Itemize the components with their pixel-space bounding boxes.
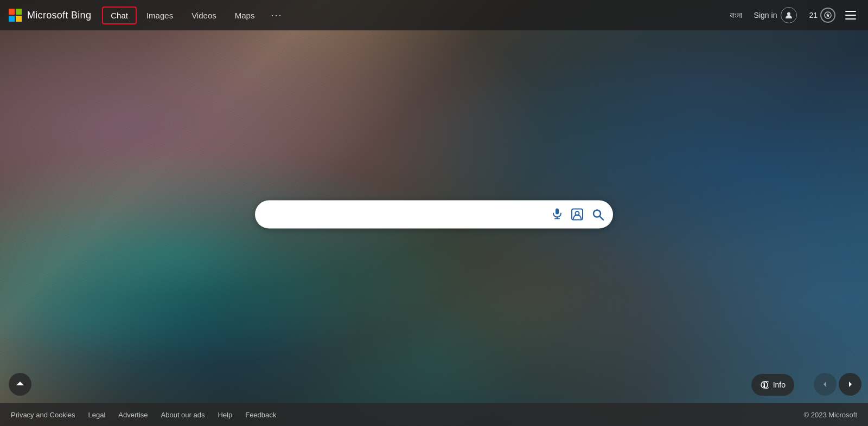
microphone-icon[interactable] <box>551 207 563 222</box>
points-count: 21 <box>809 11 818 20</box>
language-button[interactable]: বাংলা <box>730 11 742 20</box>
sign-in-button[interactable]: Sign in <box>749 4 803 26</box>
nav-maps[interactable]: Maps <box>226 7 264 24</box>
hamburger-line-3 <box>845 18 856 20</box>
info-label: Info <box>773 380 786 389</box>
nav-links: Chat Images Videos Maps ··· <box>102 5 729 25</box>
visual-search-icon[interactable] <box>571 208 584 221</box>
svg-rect-2 <box>556 208 559 214</box>
hamburger-line-2 <box>845 15 856 16</box>
rewards-points[interactable]: 21 <box>809 8 835 23</box>
search-button[interactable] <box>591 208 604 221</box>
footer-about-ads[interactable]: About our ads <box>161 411 205 419</box>
navbar: Microsoft Bing Chat Images Videos Maps ·… <box>0 0 868 30</box>
scroll-up-button[interactable] <box>9 373 31 396</box>
search-box <box>255 201 613 229</box>
nav-images[interactable]: Images <box>138 7 182 24</box>
next-arrow-button[interactable] <box>839 373 861 396</box>
brand-logo[interactable]: Microsoft Bing <box>9 9 91 22</box>
svg-point-11 <box>764 383 765 384</box>
footer-advertise[interactable]: Advertise <box>118 411 148 419</box>
nav-right: বাংলা Sign in 21 <box>730 4 859 26</box>
hamburger-line-1 <box>845 11 856 12</box>
rewards-icon <box>820 8 835 23</box>
footer-help[interactable]: Help <box>218 411 232 419</box>
nav-arrows <box>814 373 861 396</box>
logo-quadrant-green <box>16 9 22 15</box>
footer-feedback[interactable]: Feedback <box>245 411 276 419</box>
user-avatar-icon <box>781 7 797 23</box>
footer-legal[interactable]: Legal <box>88 411 106 419</box>
nav-videos[interactable]: Videos <box>183 7 225 24</box>
footer-bar: Privacy and Cookies Legal Advertise Abou… <box>0 403 868 426</box>
footer-links: Privacy and Cookies Legal Advertise Abou… <box>11 411 804 419</box>
search-container <box>255 201 613 229</box>
nav-more-dots[interactable]: ··· <box>264 5 289 25</box>
microsoft-logo-icon <box>9 9 22 22</box>
info-button[interactable]: Info <box>751 374 794 396</box>
search-icons <box>551 207 604 222</box>
logo-quadrant-red <box>9 9 15 15</box>
svg-line-8 <box>600 216 604 220</box>
footer-privacy[interactable]: Privacy and Cookies <box>11 411 75 419</box>
nav-chat[interactable]: Chat <box>102 7 137 24</box>
hamburger-menu-button[interactable] <box>842 7 859 24</box>
svg-point-0 <box>787 12 790 16</box>
search-input[interactable] <box>264 210 551 220</box>
brand-name: Microsoft Bing <box>27 10 91 21</box>
sign-in-label: Sign in <box>754 11 777 20</box>
prev-arrow-button[interactable] <box>814 373 837 396</box>
footer-copyright: © 2023 Microsoft <box>804 411 857 419</box>
logo-quadrant-blue <box>9 16 15 22</box>
logo-quadrant-yellow <box>16 16 22 22</box>
